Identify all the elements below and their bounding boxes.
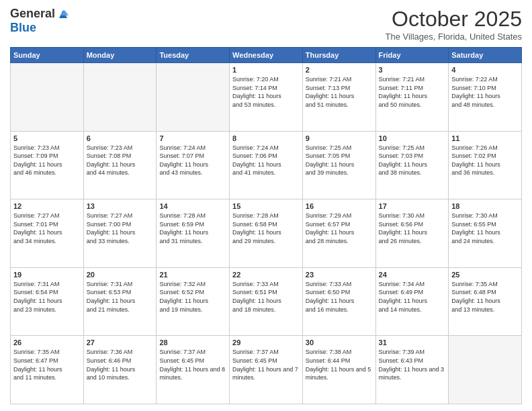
day-number: 31 <box>379 338 446 347</box>
day-info: Sunrise: 7:25 AMSunset: 7:05 PMDaylight:… <box>306 144 373 177</box>
header: General Blue October 2025 The Villages, … <box>10 7 522 42</box>
day-info: Sunrise: 7:29 AMSunset: 6:57 PMDaylight:… <box>306 212 373 245</box>
week-row-0: 1Sunrise: 7:20 AMSunset: 7:14 PMDaylight… <box>11 63 522 132</box>
day-info: Sunrise: 7:27 AMSunset: 7:00 PMDaylight:… <box>87 212 154 245</box>
weekday-header-saturday: Saturday <box>449 48 522 63</box>
day-info: Sunrise: 7:21 AMSunset: 7:13 PMDaylight:… <box>306 75 373 109</box>
title-block: October 2025 The Villages, Florida, Unit… <box>385 7 522 42</box>
calendar-cell: 19Sunrise: 7:31 AMSunset: 6:54 PMDayligh… <box>11 267 84 336</box>
day-number: 8 <box>232 134 300 142</box>
day-number: 26 <box>13 338 81 347</box>
day-info: Sunrise: 7:27 AMSunset: 7:01 PMDaylight:… <box>13 212 81 245</box>
calendar-cell: 30Sunrise: 7:38 AMSunset: 6:44 PMDayligh… <box>302 336 375 404</box>
calendar-cell: 9Sunrise: 7:25 AMSunset: 7:05 PMDaylight… <box>302 131 375 199</box>
calendar-cell: 11Sunrise: 7:26 AMSunset: 7:02 PMDayligh… <box>449 131 522 199</box>
day-info: Sunrise: 7:33 AMSunset: 6:51 PMDaylight:… <box>232 280 300 314</box>
calendar-cell: 23Sunrise: 7:33 AMSunset: 6:50 PMDayligh… <box>302 267 375 336</box>
day-info: Sunrise: 7:25 AMSunset: 7:03 PMDaylight:… <box>379 144 446 177</box>
day-number: 24 <box>379 271 446 279</box>
day-info: Sunrise: 7:24 AMSunset: 7:07 PMDaylight:… <box>159 144 226 177</box>
day-number: 19 <box>13 271 81 279</box>
day-number: 20 <box>87 271 154 279</box>
day-info: Sunrise: 7:26 AMSunset: 7:02 PMDaylight:… <box>451 144 519 177</box>
calendar-cell: 28Sunrise: 7:37 AMSunset: 6:45 PMDayligh… <box>157 336 230 404</box>
calendar-cell: 25Sunrise: 7:35 AMSunset: 6:48 PMDayligh… <box>449 267 522 336</box>
calendar-cell: 4Sunrise: 7:22 AMSunset: 7:10 PMDaylight… <box>449 63 522 132</box>
day-number: 27 <box>87 338 154 347</box>
calendar-cell <box>449 336 522 404</box>
calendar-cell: 6Sunrise: 7:23 AMSunset: 7:08 PMDaylight… <box>83 131 157 199</box>
day-info: Sunrise: 7:35 AMSunset: 6:48 PMDaylight:… <box>451 280 519 314</box>
day-number: 14 <box>159 202 226 210</box>
svg-marker-1 <box>60 10 69 15</box>
month-title: October 2025 <box>385 7 522 32</box>
calendar-cell: 12Sunrise: 7:27 AMSunset: 7:01 PMDayligh… <box>11 199 84 268</box>
day-number: 9 <box>306 134 373 142</box>
day-number: 15 <box>232 202 300 210</box>
day-number: 2 <box>306 66 373 74</box>
weekday-header-wednesday: Wednesday <box>230 48 303 63</box>
day-info: Sunrise: 7:39 AMSunset: 6:43 PMDaylight:… <box>379 348 446 381</box>
day-number: 4 <box>451 66 519 74</box>
week-row-3: 19Sunrise: 7:31 AMSunset: 6:54 PMDayligh… <box>11 267 522 336</box>
calendar-cell: 14Sunrise: 7:28 AMSunset: 6:59 PMDayligh… <box>157 199 230 268</box>
day-number: 21 <box>159 271 226 279</box>
day-number: 25 <box>451 271 519 279</box>
day-info: Sunrise: 7:34 AMSunset: 6:49 PMDaylight:… <box>379 280 446 314</box>
calendar-cell: 2Sunrise: 7:21 AMSunset: 7:13 PMDaylight… <box>302 63 375 132</box>
day-info: Sunrise: 7:22 AMSunset: 7:10 PMDaylight:… <box>451 75 519 109</box>
calendar-cell: 22Sunrise: 7:33 AMSunset: 6:51 PMDayligh… <box>230 267 303 336</box>
page: General Blue October 2025 The Villages, … <box>0 0 532 411</box>
day-info: Sunrise: 7:20 AMSunset: 7:14 PMDaylight:… <box>232 75 300 109</box>
day-info: Sunrise: 7:38 AMSunset: 6:44 PMDaylight:… <box>306 348 373 381</box>
day-number: 6 <box>87 134 154 142</box>
day-info: Sunrise: 7:32 AMSunset: 6:52 PMDaylight:… <box>159 280 226 314</box>
day-info: Sunrise: 7:31 AMSunset: 6:53 PMDaylight:… <box>87 280 154 314</box>
calendar-cell: 5Sunrise: 7:23 AMSunset: 7:09 PMDaylight… <box>11 131 84 199</box>
weekday-header-monday: Monday <box>83 48 157 63</box>
day-info: Sunrise: 7:24 AMSunset: 7:06 PMDaylight:… <box>232 144 300 177</box>
calendar-cell: 8Sunrise: 7:24 AMSunset: 7:06 PMDaylight… <box>230 131 303 199</box>
calendar-cell: 17Sunrise: 7:30 AMSunset: 6:56 PMDayligh… <box>375 199 449 268</box>
day-number: 16 <box>306 202 373 210</box>
day-number: 23 <box>306 271 373 279</box>
day-number: 5 <box>13 134 81 142</box>
calendar-cell: 13Sunrise: 7:27 AMSunset: 7:00 PMDayligh… <box>83 199 157 268</box>
day-info: Sunrise: 7:30 AMSunset: 6:55 PMDaylight:… <box>451 212 519 245</box>
calendar-cell: 24Sunrise: 7:34 AMSunset: 6:49 PMDayligh… <box>375 267 449 336</box>
calendar-cell: 27Sunrise: 7:36 AMSunset: 6:46 PMDayligh… <box>83 336 157 404</box>
calendar-cell: 31Sunrise: 7:39 AMSunset: 6:43 PMDayligh… <box>375 336 449 404</box>
logo-general-text: General <box>10 7 55 21</box>
day-number: 17 <box>379 202 446 210</box>
logo-icon <box>56 9 70 19</box>
week-row-1: 5Sunrise: 7:23 AMSunset: 7:09 PMDaylight… <box>11 131 522 199</box>
day-number: 18 <box>451 202 519 210</box>
day-number: 22 <box>232 271 300 279</box>
calendar-cell: 1Sunrise: 7:20 AMSunset: 7:14 PMDaylight… <box>230 63 303 132</box>
calendar-cell: 10Sunrise: 7:25 AMSunset: 7:03 PMDayligh… <box>375 131 449 199</box>
logo: General Blue <box>10 7 70 35</box>
calendar-cell <box>83 63 157 132</box>
calendar-cell: 29Sunrise: 7:37 AMSunset: 6:45 PMDayligh… <box>230 336 303 404</box>
day-info: Sunrise: 7:23 AMSunset: 7:09 PMDaylight:… <box>13 144 81 177</box>
day-number: 10 <box>379 134 446 142</box>
day-number: 11 <box>451 134 519 142</box>
day-number: 7 <box>159 134 226 142</box>
day-number: 13 <box>87 202 154 210</box>
day-info: Sunrise: 7:35 AMSunset: 6:47 PMDaylight:… <box>13 348 81 381</box>
day-info: Sunrise: 7:37 AMSunset: 6:45 PMDaylight:… <box>232 348 300 381</box>
calendar-cell: 20Sunrise: 7:31 AMSunset: 6:53 PMDayligh… <box>83 267 157 336</box>
day-number: 1 <box>232 66 300 74</box>
weekday-header-tuesday: Tuesday <box>157 48 230 63</box>
calendar-cell: 21Sunrise: 7:32 AMSunset: 6:52 PMDayligh… <box>157 267 230 336</box>
logo-blue-text: Blue <box>10 21 36 34</box>
weekday-header-friday: Friday <box>375 48 449 63</box>
calendar-cell: 16Sunrise: 7:29 AMSunset: 6:57 PMDayligh… <box>302 199 375 268</box>
day-info: Sunrise: 7:33 AMSunset: 6:50 PMDaylight:… <box>306 280 373 314</box>
calendar-cell: 15Sunrise: 7:28 AMSunset: 6:58 PMDayligh… <box>230 199 303 268</box>
weekday-header-sunday: Sunday <box>11 48 84 63</box>
day-number: 3 <box>379 66 446 74</box>
day-number: 30 <box>306 338 373 347</box>
day-info: Sunrise: 7:36 AMSunset: 6:46 PMDaylight:… <box>87 348 154 381</box>
day-info: Sunrise: 7:28 AMSunset: 6:59 PMDaylight:… <box>159 212 226 245</box>
